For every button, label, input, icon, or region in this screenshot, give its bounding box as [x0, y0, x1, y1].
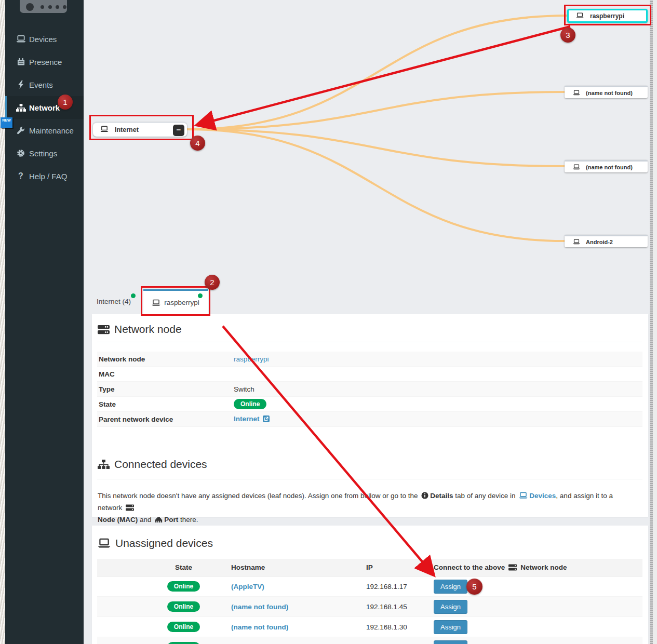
unassigned-devices-panel: Unassigned devices State Hostname IP Con… [92, 526, 648, 644]
node-label: raspberrypi [590, 12, 624, 20]
assign-button[interactable]: Assign [434, 580, 467, 594]
question-icon: ? [16, 171, 26, 181]
laptop-icon [573, 237, 580, 247]
assign-button[interactable]: Assign [434, 620, 467, 634]
logo-dot [41, 5, 44, 9]
laptop-icon [152, 299, 160, 306]
node-internet[interactable]: Internet − [93, 122, 187, 137]
node-name-not-found-1[interactable]: (name not found) [565, 86, 648, 98]
status-badge: Online [167, 622, 200, 632]
sidebar-item-label: Maintenance [29, 126, 74, 135]
table-row: Online (name not found) 192.168.1.30 Ass… [97, 617, 642, 637]
tab-internet[interactable]: Internet (4) [97, 298, 131, 305]
sidebar-item-label: Devices [29, 35, 57, 44]
divider [97, 342, 642, 342]
server-icon [98, 325, 110, 334]
sidebar-item-label: Network [29, 103, 60, 112]
assign-button[interactable]: Assign [434, 640, 467, 644]
collapse-node-button[interactable]: − [173, 125, 184, 136]
external-link-icon[interactable] [263, 415, 270, 424]
sidebar-item-events[interactable]: Events [5, 73, 84, 96]
network-node-heading: Network node [98, 323, 182, 336]
detail-row: Network node raspberrypi [97, 352, 642, 367]
laptop-icon [98, 538, 111, 548]
text: This network node doesn't have any assig… [98, 492, 420, 500]
ip-value: 192.168.1.45 [366, 603, 434, 611]
detail-label: MAC [97, 370, 234, 378]
app-logo [20, 0, 67, 13]
section-title: Connected devices [114, 458, 207, 471]
tab-label: raspberrypi [164, 299, 199, 306]
new-feature-badge: NEW [1, 117, 12, 128]
server-icon [508, 564, 517, 571]
col-state: State [97, 564, 231, 571]
text: and [138, 516, 153, 524]
sidebar-item-devices[interactable]: Devices [5, 28, 84, 50]
text: tab of any device in [453, 492, 517, 500]
laptop-icon [100, 125, 109, 135]
node-name-not-found-2[interactable]: (name not found) [565, 160, 648, 172]
node-link[interactable]: raspberrypi [234, 355, 269, 363]
table-row: Online (AppleTV) 192.168.1.17 Assign [97, 576, 642, 597]
annotation-step-2: 2 [205, 275, 220, 290]
window-right-margin [653, 0, 657, 644]
unassigned-devices-heading: Unassigned devices [98, 537, 213, 549]
status-badge: Online [167, 581, 200, 592]
detail-label: Parent network device [97, 415, 234, 423]
sitemap-icon [98, 460, 110, 469]
detail-row: Parent network device Internet [97, 412, 642, 427]
online-dot [198, 293, 203, 298]
laptop-icon [576, 11, 584, 21]
sidebar: Devices Presence Events Network Maintena… [5, 0, 84, 644]
tab-raspberrypi[interactable]: raspberrypi [143, 289, 208, 314]
status-badge: Online [234, 399, 266, 409]
assign-button[interactable]: Assign [434, 600, 467, 614]
detail-label: Network node [97, 355, 234, 363]
sidebar-item-network[interactable]: Network [5, 96, 84, 119]
node-label: (name not found) [586, 90, 633, 96]
table-header: State Hostname IP Connect to the above N… [97, 559, 642, 576]
devices-link[interactable]: Devices [529, 492, 556, 500]
ip-value: 192.168.1.30 [366, 623, 434, 631]
node-label: Android-2 [586, 239, 613, 245]
detail-label: Type [97, 385, 234, 393]
col-ip: IP [366, 564, 434, 571]
node-label: (name not found) [586, 164, 633, 170]
hostname-link[interactable]: (name not found) [231, 623, 288, 631]
ip-value: 192.168.1.17 [366, 583, 434, 591]
node-label: Internet [115, 126, 139, 133]
detail-value: Switch [234, 385, 642, 393]
laptop-icon [16, 34, 26, 44]
node-raspberrypi[interactable]: raspberrypi [567, 9, 648, 23]
logo-dot [48, 5, 52, 9]
divider [97, 479, 642, 479]
section-title: Network node [114, 323, 182, 336]
annotation-step-3: 3 [560, 28, 575, 43]
hostname-link[interactable]: (name not found) [231, 603, 288, 611]
ethernet-port-icon [155, 515, 163, 526]
laptop-icon [573, 88, 580, 98]
details-label: Details [430, 492, 453, 500]
parent-node-link[interactable]: Internet [234, 415, 260, 423]
col-connect: Connect to the above Network node [434, 564, 642, 571]
sitemap-icon [16, 103, 26, 112]
text: there. [178, 516, 198, 524]
section-title: Unassigned devices [115, 537, 213, 549]
sidebar-item-help[interactable]: ? Help / FAQ [5, 165, 84, 187]
laptop-icon [519, 491, 528, 502]
window-edge-texture [0, 0, 5, 644]
calendar-icon [16, 57, 26, 66]
hostname-link[interactable]: (AppleTV) [231, 583, 264, 591]
online-dot [131, 293, 136, 298]
sidebar-item-maintenance[interactable]: Maintenance [5, 119, 84, 142]
sidebar-item-settings[interactable]: Settings [5, 142, 84, 165]
node-android-2[interactable]: Android-2 [565, 235, 648, 247]
gear-icon [16, 149, 26, 158]
wrench-icon [16, 126, 26, 135]
logo-dot [63, 5, 66, 9]
status-badge: Online [167, 601, 200, 612]
sidebar-item-presence[interactable]: Presence [5, 50, 84, 73]
text: Network node [520, 564, 567, 571]
col-hostname: Hostname [231, 564, 366, 571]
node-mac-label: Node (MAC) [98, 516, 138, 524]
